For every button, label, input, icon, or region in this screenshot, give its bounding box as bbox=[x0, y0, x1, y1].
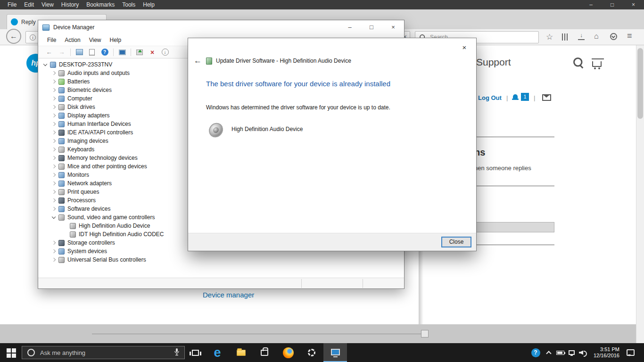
page-info-icon[interactable] bbox=[30, 34, 36, 41]
notification-count-badge[interactable]: 1 bbox=[521, 93, 529, 101]
menu-tools[interactable]: Tools bbox=[118, 1, 139, 8]
menu-file[interactable]: File bbox=[4, 1, 20, 8]
scan-hardware-icon[interactable] bbox=[118, 48, 126, 57]
page-scrollbar[interactable] bbox=[636, 45, 644, 343]
menu-action[interactable]: Action bbox=[60, 37, 84, 43]
software-device-icon bbox=[58, 206, 65, 212]
log-out-link[interactable]: Log Out bbox=[478, 94, 502, 101]
start-button[interactable] bbox=[0, 343, 22, 362]
clock[interactable]: 3:51 PM 12/16/2016 bbox=[586, 346, 619, 359]
device-manager-link[interactable]: Device manager bbox=[203, 291, 254, 299]
back-arrow-icon[interactable]: ← bbox=[194, 56, 206, 66]
update-driver-icon[interactable] bbox=[135, 48, 144, 57]
help-icon[interactable]: ? bbox=[100, 48, 109, 57]
uninstall-icon[interactable]: × bbox=[148, 48, 157, 57]
chevron-right-icon[interactable] bbox=[50, 129, 57, 136]
mouse-icon bbox=[58, 164, 65, 170]
chevron-right-icon[interactable] bbox=[50, 239, 57, 246]
edge-icon: e bbox=[214, 346, 221, 359]
chevron-right-icon[interactable] bbox=[50, 189, 57, 195]
close-icon[interactable]: × bbox=[458, 42, 471, 53]
chevron-right-icon[interactable] bbox=[50, 256, 57, 263]
hamburger-menu-icon[interactable]: ≡ bbox=[627, 31, 632, 41]
microphone-icon[interactable] bbox=[174, 348, 180, 358]
back-icon[interactable]: ← bbox=[45, 48, 53, 57]
network-icon bbox=[569, 350, 575, 355]
download-icon[interactable] bbox=[578, 33, 585, 40]
maximize-button[interactable]: □ bbox=[361, 20, 382, 34]
home-icon[interactable]: ⌂ bbox=[594, 32, 599, 41]
dialog-header: ← Update Driver Software - High Definiti… bbox=[194, 56, 351, 66]
back-button[interactable]: ← bbox=[6, 29, 21, 44]
chevron-right-icon[interactable] bbox=[50, 70, 57, 76]
chevron-right-icon[interactable] bbox=[50, 172, 57, 178]
action-center-button[interactable] bbox=[623, 343, 637, 362]
chevron-right-icon[interactable] bbox=[50, 206, 57, 212]
close-button[interactable]: × bbox=[623, 0, 644, 9]
screen: hp Support Log Out | 1 | ns hen someone … bbox=[0, 0, 644, 362]
library-icon[interactable] bbox=[562, 33, 568, 41]
chevron-right-icon[interactable] bbox=[50, 112, 57, 119]
maximize-button[interactable]: □ bbox=[602, 0, 623, 9]
status-cell bbox=[301, 279, 363, 288]
processor-icon bbox=[58, 197, 65, 204]
cart-icon[interactable] bbox=[592, 61, 602, 67]
show-hidden-icons-button[interactable] bbox=[543, 343, 554, 362]
chevron-right-icon[interactable] bbox=[50, 163, 57, 170]
device-manager-titlebar[interactable]: Device Manager – □ × bbox=[38, 20, 404, 34]
chevron-right-icon[interactable] bbox=[50, 155, 57, 161]
chevron-down-icon[interactable] bbox=[42, 61, 49, 68]
dialog-footer: Close bbox=[188, 233, 476, 251]
pocket-icon[interactable] bbox=[610, 33, 617, 40]
task-view-button[interactable] bbox=[185, 343, 206, 362]
device-manager-taskbar-button[interactable] bbox=[323, 343, 347, 362]
store-button[interactable] bbox=[253, 343, 276, 362]
edge-button[interactable]: e bbox=[206, 343, 229, 362]
disable-icon[interactable]: ↓ bbox=[161, 48, 169, 57]
menu-view[interactable]: View bbox=[38, 1, 58, 8]
menu-history[interactable]: History bbox=[58, 1, 83, 8]
chevron-right-icon[interactable] bbox=[50, 95, 57, 102]
battery-tray-button[interactable] bbox=[554, 343, 566, 362]
file-explorer-button[interactable] bbox=[229, 343, 253, 362]
scrollbar-thumb[interactable] bbox=[637, 48, 643, 119]
chevron-right-icon[interactable] bbox=[50, 197, 57, 204]
chevron-right-icon[interactable] bbox=[50, 104, 57, 110]
minimize-button[interactable]: – bbox=[580, 0, 602, 9]
scroll-corner[interactable] bbox=[421, 330, 429, 337]
driver-icon bbox=[206, 58, 212, 65]
bookmark-star-icon[interactable]: ☆ bbox=[546, 32, 553, 42]
chevron-down-icon[interactable] bbox=[50, 214, 57, 221]
cortana-search-box[interactable]: Ask me anything bbox=[22, 346, 185, 359]
close-button[interactable]: Close bbox=[441, 237, 471, 247]
form-field[interactable] bbox=[474, 222, 554, 232]
firefox-button[interactable] bbox=[276, 343, 300, 362]
minimize-button[interactable]: – bbox=[339, 20, 361, 34]
chevron-right-icon[interactable] bbox=[50, 78, 57, 85]
envelope-icon[interactable] bbox=[542, 94, 551, 101]
menu-help[interactable]: Help bbox=[139, 1, 158, 8]
shopping-bag-icon bbox=[261, 350, 268, 356]
chevron-right-icon[interactable] bbox=[50, 138, 57, 144]
support-nav-label[interactable]: Support bbox=[476, 57, 511, 68]
search-icon[interactable] bbox=[573, 58, 584, 68]
console-tree-icon[interactable] bbox=[75, 48, 83, 57]
tree-item[interactable]: Universal Serial Bus controllers bbox=[38, 255, 404, 264]
close-button[interactable]: × bbox=[382, 20, 404, 34]
menu-view[interactable]: View bbox=[85, 37, 106, 43]
menu-bookmarks[interactable]: Bookmarks bbox=[83, 1, 118, 8]
settings-button[interactable] bbox=[300, 343, 323, 362]
chevron-right-icon[interactable] bbox=[50, 87, 57, 93]
network-tray-button[interactable] bbox=[566, 343, 577, 362]
forward-icon[interactable]: → bbox=[58, 48, 66, 57]
properties-icon[interactable] bbox=[88, 48, 96, 57]
chevron-right-icon[interactable] bbox=[50, 248, 57, 255]
chevron-right-icon[interactable] bbox=[50, 121, 57, 127]
notification-bell-icon[interactable] bbox=[512, 94, 519, 100]
menu-help[interactable]: Help bbox=[106, 37, 126, 43]
chevron-right-icon[interactable] bbox=[50, 146, 57, 153]
support-assistant-tray-button[interactable] bbox=[529, 343, 542, 362]
menu-file[interactable]: File bbox=[43, 37, 60, 43]
menu-edit[interactable]: Edit bbox=[20, 1, 38, 8]
chevron-right-icon[interactable] bbox=[50, 180, 57, 187]
